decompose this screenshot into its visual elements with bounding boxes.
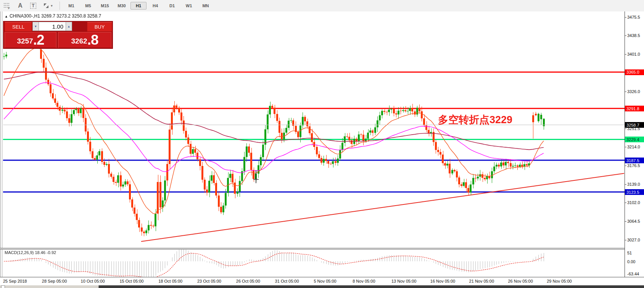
trade-panel-top-row: SELL ▼ 1.00 ▲ BUY — [3, 21, 113, 32]
timeframe-button-d1[interactable]: D1 — [164, 2, 180, 10]
price-tick-mark — [625, 184, 626, 185]
chart-window: ▲CHINA300-,H1 3269.7 3273.2 3250.8 3258.… — [0, 11, 644, 285]
time-axis-label: 29 Nov 05:00 — [547, 279, 572, 283]
chart-tab-bar — [0, 285, 644, 288]
current-price-tag: 3258.7 — [625, 122, 644, 128]
price-tick-mark — [625, 92, 626, 92]
time-axis-label: 31 Oct 05:00 — [275, 279, 299, 283]
price-tick-mark — [625, 166, 626, 166]
level-price-tag: 3291.8 — [625, 106, 644, 111]
macd-axis-label: 0.00 — [627, 259, 635, 264]
chart-tab[interactable] — [0, 285, 99, 288]
time-axis[interactable]: 25 Sep 201828 Sep 05:0010 Oct 05:0015 Oc… — [0, 277, 644, 285]
time-axis-label: 26 Oct 05:00 — [236, 279, 260, 283]
time-axis-label: 25 Sep 2018 — [3, 279, 27, 283]
chart-annotation-text: 多空转折点3229 — [438, 113, 512, 127]
text-label-icon[interactable]: T — [27, 1, 39, 10]
price-tick-label: 3401.0 — [627, 52, 640, 56]
sell-button[interactable]: SELL — [5, 22, 32, 32]
time-axis-label: 15 Oct 05:00 — [119, 279, 143, 283]
price-tick-mark — [625, 147, 626, 147]
one-click-trade-panel: SELL ▼ 1.00 ▲ BUY 3257.2 3262.8 — [3, 21, 113, 49]
price-tick-label: 3438.5 — [627, 33, 640, 38]
fibonacci-icon[interactable]: F — [2, 1, 13, 10]
macd-axis-label: 51 — [627, 251, 632, 255]
level-price-tag: 3123.5 — [625, 189, 644, 195]
price-tick-mark — [625, 35, 626, 36]
price-tick-label: 3214.0 — [627, 145, 640, 149]
toolbar-separator — [60, 2, 60, 10]
buy-button[interactable]: BUY — [87, 22, 112, 32]
chart-tab-icon — [1, 285, 5, 288]
timeframe-buttons: M1M5M15M30H1H4D1W1MN — [63, 2, 214, 10]
level-price-tag: 3229.4 — [625, 137, 644, 142]
price-tick-label: 3139.0 — [627, 182, 640, 187]
timeframe-button-m5[interactable]: M5 — [80, 2, 96, 10]
timeframe-button-w1[interactable]: W1 — [181, 2, 197, 10]
time-axis-label: 18 Oct 05:00 — [158, 279, 182, 283]
price-axis[interactable]: 3475.53438.53401.03326.03251.53214.03176… — [625, 11, 644, 277]
time-axis-label: 8 Nov 05:00 — [353, 279, 375, 283]
toolbar: F A T ▼ M1M5M15M30H1H4D1W1MN — [0, 0, 644, 12]
price-tick-mark — [625, 54, 626, 55]
buy-price-display[interactable]: 3262.8 — [58, 32, 111, 48]
volume-decrease-button[interactable]: ▼ — [32, 22, 39, 31]
window-border-left-outer — [0, 11, 0, 285]
macd-title: MACD(12,26,9) 18.46 -0.92 — [5, 250, 56, 255]
timeframe-button-h4[interactable]: H4 — [147, 2, 163, 10]
symbol-header: ▲CHINA300-,H1 3269.7 3273.2 3250.8 3258.… — [5, 13, 101, 19]
price-tick-label: 3027.0 — [627, 238, 640, 242]
timeframe-button-h1[interactable]: H1 — [130, 2, 147, 10]
price-tick-mark — [625, 203, 626, 203]
sell-price-display[interactable]: 3257.2 — [5, 32, 56, 48]
volume-spinner: ▼ 1.00 ▲ — [32, 22, 72, 31]
sell-price-fraction: .2 — [33, 33, 44, 47]
time-axis-label: 13 Nov 05:00 — [391, 279, 416, 283]
price-tick-label: 3176.5 — [627, 163, 640, 168]
mt4-terminal: { "toolbar": { "tools": [ {"name": "fibo… — [0, 0, 644, 288]
window-border-left-inner — [2, 11, 2, 277]
time-axis-label: 5 Nov 05:00 — [314, 279, 336, 283]
time-axis-label: 16 Nov 05:00 — [430, 279, 455, 283]
price-tick-label: 3326.0 — [627, 89, 640, 94]
level-price-tag: 3365.0 — [625, 69, 644, 75]
price-tick-label: 3102.0 — [627, 200, 640, 205]
macd-axis-label: -63.44 — [627, 272, 639, 276]
macd-indicator-chart[interactable] — [3, 249, 625, 277]
sell-price-main: 3257 — [17, 35, 33, 47]
price-tick-mark — [625, 129, 626, 129]
timeframe-button-m1[interactable]: M1 — [63, 2, 79, 10]
time-axis-label: 23 Oct 05:00 — [197, 279, 221, 283]
timeframe-button-mn[interactable]: MN — [198, 2, 214, 10]
price-tick-mark — [625, 221, 626, 222]
time-axis-label: 26 Nov 05:00 — [508, 279, 533, 283]
volume-increase-button[interactable]: ▲ — [66, 22, 72, 31]
time-axis-label: 28 Sep 05:00 — [42, 279, 67, 283]
level-price-tag: 3187.5 — [625, 158, 644, 163]
buy-price-main: 3262 — [71, 35, 87, 47]
svg-text:F: F — [8, 6, 10, 9]
time-axis-label: 10 Oct 05:00 — [81, 279, 105, 283]
price-tick-label: 3064.5 — [627, 219, 640, 224]
symbol-ohlc-text: CHINA300-,H1 3269.7 3273.2 3250.8 3258.7 — [10, 13, 101, 19]
dropdown-caret-icon: ▼ — [50, 4, 53, 8]
time-axis-label: 21 Nov 05:00 — [469, 279, 494, 283]
price-tick-mark — [625, 17, 626, 18]
buy-price-fraction: .8 — [87, 33, 98, 47]
timeframe-button-m30[interactable]: M30 — [114, 2, 130, 10]
arrows-tool-icon[interactable]: ▼ — [40, 1, 56, 10]
timeframe-button-m15[interactable]: M15 — [97, 2, 113, 10]
price-tick-label: 3475.5 — [627, 15, 640, 19]
price-tick-mark — [625, 240, 626, 240]
triangle-up-icon: ▲ — [5, 14, 8, 18]
volume-input[interactable]: 1.00 — [39, 22, 66, 31]
text-tool-icon[interactable]: A — [14, 1, 26, 10]
